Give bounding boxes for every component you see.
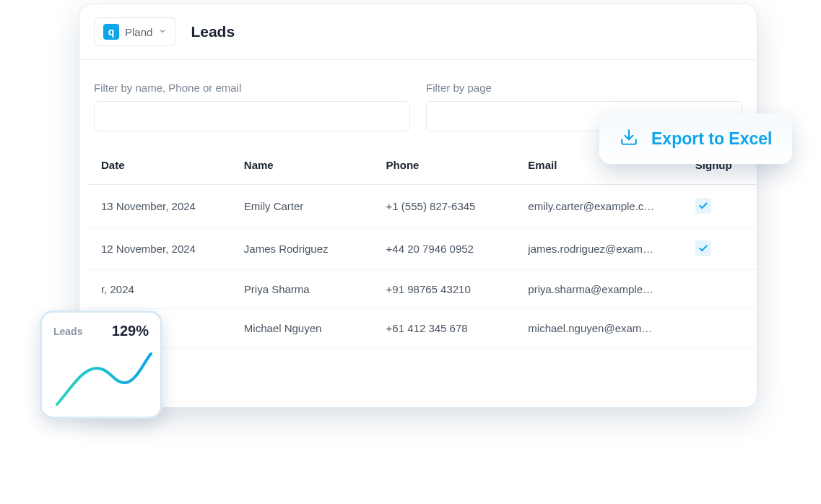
filter-name-input[interactable] bbox=[94, 101, 410, 131]
leads-stat-card: Leads 129% bbox=[40, 310, 162, 419]
cell-email: michael.nguyen@exam… bbox=[513, 309, 680, 348]
cell-signup bbox=[681, 185, 757, 227]
project-name: Pland bbox=[125, 26, 152, 38]
column-header-name[interactable]: Name bbox=[230, 146, 372, 185]
stat-label: Leads bbox=[53, 326, 82, 337]
cell-name: Priya Sharma bbox=[230, 270, 372, 309]
cell-phone: +61 412 345 678 bbox=[372, 309, 514, 348]
cell-signup bbox=[681, 309, 757, 348]
project-logo-icon: q bbox=[103, 24, 119, 40]
cell-email: james.rodriguez@exam… bbox=[513, 227, 680, 270]
page-title: Leads bbox=[191, 23, 235, 40]
column-header-date[interactable]: Date bbox=[87, 146, 230, 185]
export-label: Export to Excel bbox=[651, 129, 772, 149]
chevron-down-icon bbox=[158, 25, 167, 38]
stat-value: 129% bbox=[112, 323, 149, 339]
filter-name-group: Filter by name, Phone or email bbox=[94, 82, 410, 131]
header: q Pland Leads bbox=[79, 4, 757, 60]
check-icon bbox=[695, 198, 711, 214]
cell-signup bbox=[681, 270, 757, 309]
cell-phone: +44 20 7946 0952 bbox=[372, 227, 514, 270]
cell-phone: +91 98765 43210 bbox=[372, 270, 514, 309]
table-row[interactable]: r, 2024Priya Sharma+91 98765 43210priya.… bbox=[87, 270, 757, 309]
leads-panel: q Pland Leads Filter by name, Phone or e… bbox=[79, 4, 757, 408]
cell-signup bbox=[681, 227, 757, 270]
download-icon bbox=[620, 128, 638, 149]
project-dropdown[interactable]: q Pland bbox=[94, 17, 176, 46]
cell-date: 13 November, 2024 bbox=[87, 185, 230, 227]
table-row[interactable]: 12 November, 2024James Rodriguez+44 20 7… bbox=[87, 227, 757, 270]
cell-phone: +1 (555) 827-6345 bbox=[372, 185, 514, 227]
check-icon bbox=[695, 240, 711, 256]
export-to-excel-button[interactable]: Export to Excel bbox=[599, 113, 792, 164]
cell-name: Michael Nguyen bbox=[230, 309, 372, 348]
cell-email: emily.carter@example.c… bbox=[513, 185, 680, 227]
filter-name-label: Filter by name, Phone or email bbox=[94, 82, 410, 94]
table-row[interactable]: r, 2024Michael Nguyen+61 412 345 678mich… bbox=[87, 309, 757, 348]
cell-email: priya.sharma@example… bbox=[513, 270, 680, 309]
leads-table: Date Name Phone Email Signup 13 November… bbox=[87, 146, 757, 348]
cell-date: 12 November, 2024 bbox=[87, 227, 230, 270]
sparkline-chart bbox=[53, 348, 149, 412]
cell-date: r, 2024 bbox=[87, 270, 230, 309]
cell-name: Emily Carter bbox=[230, 185, 372, 227]
filter-page-label: Filter by page bbox=[426, 82, 742, 94]
cell-name: James Rodriguez bbox=[230, 227, 372, 270]
table-row[interactable]: 13 November, 2024Emily Carter+1 (555) 82… bbox=[87, 185, 757, 227]
column-header-phone[interactable]: Phone bbox=[372, 146, 514, 185]
